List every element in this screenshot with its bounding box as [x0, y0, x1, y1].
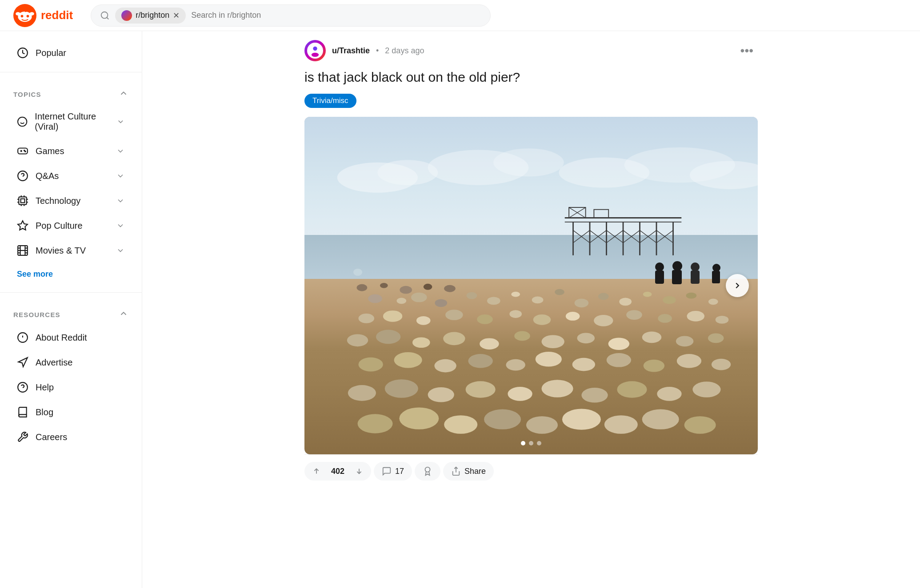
topics-section-header: TOPICS — [0, 79, 142, 104]
share-label: Share — [464, 467, 486, 476]
search-tag-close[interactable]: ✕ — [173, 12, 180, 20]
svg-rect-57 — [594, 210, 608, 218]
svg-point-17 — [24, 150, 25, 151]
smiley-icon — [17, 116, 28, 127]
topic-games-label: Games — [36, 146, 64, 156]
search-bar: r/brighton ✕ — [91, 4, 491, 27]
svg-point-107 — [566, 312, 580, 321]
avatar-icon — [309, 44, 321, 57]
image-next-button[interactable] — [726, 274, 749, 297]
post-more-button[interactable]: ••• — [736, 42, 758, 60]
svg-point-97 — [663, 296, 676, 304]
post-container: u/Trashtie • 2 days ago ••• is that jack… — [287, 31, 776, 497]
svg-line-9 — [107, 17, 108, 19]
svg-point-142 — [581, 388, 608, 403]
sidebar-item-advertise[interactable]: Advertise — [4, 350, 138, 374]
chevron-qas — [116, 171, 125, 180]
advertise-label: Advertise — [36, 358, 72, 368]
see-more-button[interactable]: See more — [4, 263, 138, 285]
svg-point-108 — [594, 315, 613, 326]
chevron-games — [116, 147, 125, 155]
svg-point-113 — [347, 334, 368, 346]
vote-section: 402 — [304, 462, 371, 481]
downvote-button[interactable] — [347, 462, 371, 481]
svg-point-84 — [368, 294, 382, 303]
comment-icon — [382, 466, 392, 476]
svg-point-2 — [21, 15, 24, 17]
topics-toggle[interactable] — [119, 88, 128, 100]
chevron-movies-tv — [116, 246, 125, 255]
topic-pop-culture[interactable]: Pop Culture — [4, 214, 138, 238]
author-name[interactable]: u/Trashtie — [332, 46, 370, 56]
svg-point-99 — [708, 298, 718, 305]
svg-rect-162 — [712, 271, 720, 283]
topic-movies-tv-label: Movies & TV — [36, 246, 86, 256]
svg-point-125 — [358, 358, 383, 372]
topic-qas[interactable]: Q&As — [4, 164, 138, 188]
svg-point-94 — [598, 293, 609, 300]
post-image-container — [304, 117, 758, 454]
search-icon — [100, 11, 110, 20]
wrench-icon — [17, 431, 28, 443]
svg-point-101 — [383, 310, 402, 322]
sidebar-item-about[interactable]: About Reddit — [4, 326, 138, 350]
svg-point-119 — [541, 335, 564, 348]
comments-button[interactable]: 17 — [374, 462, 412, 481]
svg-point-83 — [444, 285, 456, 292]
svg-point-144 — [657, 387, 681, 401]
search-input[interactable] — [191, 11, 481, 20]
sidebar-item-help[interactable]: Help — [4, 375, 138, 399]
svg-point-136 — [348, 385, 376, 401]
topic-internet-culture[interactable]: Internet Culture (Viral) — [4, 105, 138, 138]
svg-point-155 — [655, 262, 664, 271]
svg-point-95 — [619, 298, 632, 306]
topic-qas-label: Q&As — [36, 171, 59, 181]
svg-point-121 — [608, 338, 629, 350]
post-time: 2 days ago — [385, 46, 424, 56]
share-icon — [451, 466, 461, 476]
svg-point-152 — [604, 415, 638, 433]
topic-technology[interactable]: Technology — [4, 189, 138, 213]
beach-scene — [304, 117, 758, 454]
resources-toggle[interactable] — [119, 309, 128, 320]
divider-1 — [0, 72, 142, 72]
svg-point-103 — [445, 310, 463, 320]
award-icon — [423, 466, 432, 476]
svg-point-122 — [642, 331, 661, 343]
svg-marker-31 — [18, 221, 28, 230]
topic-games[interactable]: Games — [4, 139, 138, 163]
svg-point-117 — [480, 338, 499, 350]
divider-2 — [0, 292, 142, 293]
svg-point-90 — [511, 291, 520, 297]
topic-movies-tv[interactable]: Movies & TV — [4, 238, 138, 262]
post-meta: u/Trashtie • 2 days ago ••• — [304, 40, 758, 61]
svg-point-120 — [577, 333, 595, 343]
chevron-internet-culture — [116, 117, 125, 126]
svg-point-126 — [394, 352, 422, 368]
share-button[interactable]: Share — [443, 462, 494, 481]
svg-point-102 — [416, 316, 431, 325]
svg-point-91 — [532, 296, 544, 303]
popular-icon — [17, 47, 28, 59]
svg-point-85 — [396, 298, 406, 304]
post-tag[interactable]: Trivia/misc — [304, 94, 356, 108]
sidebar-item-careers[interactable]: Careers — [4, 425, 138, 449]
search-tag-label: r/brighton — [136, 11, 169, 20]
subreddit-icon — [121, 10, 132, 21]
sidebar-item-popular[interactable]: Popular — [4, 41, 138, 65]
sidebar-item-blog[interactable]: Blog — [4, 400, 138, 424]
reddit-logo[interactable]: reddit — [13, 4, 73, 27]
svg-point-48 — [377, 160, 438, 185]
svg-point-124 — [708, 333, 724, 343]
cpu-icon — [17, 195, 28, 207]
upvote-button[interactable] — [304, 462, 328, 481]
svg-point-153 — [642, 409, 679, 429]
megaphone-icon — [17, 357, 28, 368]
svg-point-118 — [514, 331, 530, 341]
svg-point-46 — [312, 53, 319, 57]
distant-person — [349, 266, 367, 279]
award-button[interactable] — [415, 462, 440, 481]
vote-count: 402 — [328, 467, 347, 476]
svg-point-166 — [425, 467, 430, 472]
svg-point-135 — [712, 359, 731, 370]
